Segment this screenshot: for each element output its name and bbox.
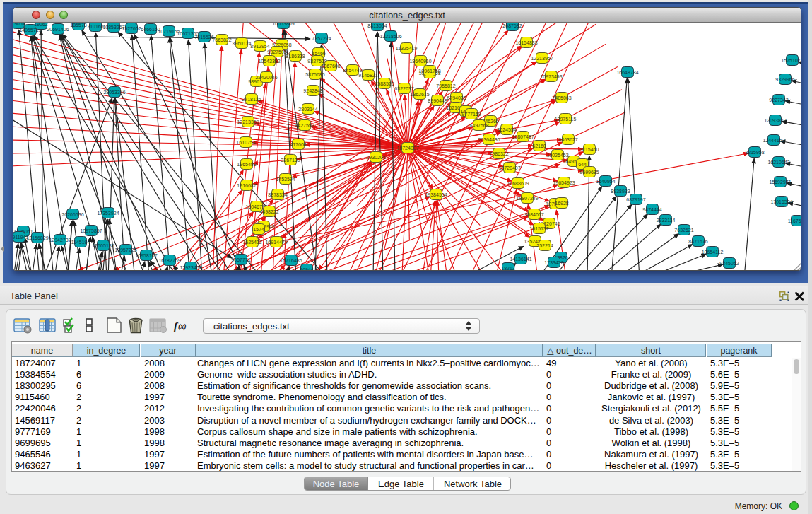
- svg-text:9227342: 9227342: [769, 98, 788, 103]
- svg-text:1574: 1574: [253, 227, 264, 232]
- svg-text:18213: 18213: [501, 266, 515, 271]
- svg-text:19654923: 19654923: [553, 180, 575, 185]
- svg-text:15751074: 15751074: [781, 58, 801, 63]
- svg-text:16928: 16928: [555, 201, 569, 206]
- svg-text:10654112: 10654112: [702, 250, 724, 255]
- svg-text:19062: 19062: [34, 23, 48, 27]
- svg-text:10053809: 10053809: [272, 23, 294, 26]
- svg-text:2930205: 2930205: [366, 155, 385, 160]
- svg-text:10807487: 10807487: [512, 134, 534, 139]
- svg-text:1733426: 1733426: [544, 260, 563, 265]
- svg-text:16210643: 16210643: [767, 160, 789, 165]
- svg-text:12156829: 12156829: [26, 235, 48, 240]
- svg-text:7515526: 7515526: [194, 35, 213, 40]
- svg-text:5875685: 5875685: [305, 72, 324, 77]
- svg-text:16154838: 16154838: [515, 40, 537, 45]
- svg-text:1965493: 1965493: [237, 162, 256, 167]
- svg-text:22420046: 22420046: [255, 75, 277, 80]
- svg-text:11325419: 11325419: [396, 46, 418, 51]
- svg-text:16914479: 16914479: [265, 240, 287, 245]
- svg-text:14136141: 14136141: [510, 257, 531, 262]
- svg-text:8938923: 8938923: [611, 189, 630, 194]
- svg-text:9327503: 9327503: [267, 49, 286, 54]
- svg-text:252214: 252214: [536, 243, 553, 248]
- svg-text:1527602: 1527602: [122, 26, 141, 31]
- svg-text:8427552: 8427552: [295, 123, 314, 128]
- svg-text:6497568: 6497568: [469, 123, 488, 128]
- svg-text:17957225: 17957225: [114, 247, 136, 252]
- svg-text:19384554: 19384554: [425, 192, 447, 197]
- svg-text:12444153: 12444153: [763, 138, 784, 143]
- svg-text:96944: 96944: [300, 267, 314, 271]
- svg-text:7986322: 7986322: [489, 151, 508, 156]
- svg-text:12213957: 12213957: [531, 56, 553, 61]
- svg-text:2367608: 2367608: [321, 64, 340, 69]
- svg-text:1588520: 1588520: [375, 81, 394, 86]
- svg-text:10688609: 10688609: [507, 181, 529, 186]
- svg-text:9657771: 9657771: [231, 257, 250, 262]
- svg-text:417004: 417004: [290, 142, 306, 147]
- svg-text:10958107: 10958107: [135, 253, 157, 258]
- svg-text:1167534: 1167534: [788, 218, 801, 223]
- svg-text:10543382: 10543382: [258, 59, 280, 64]
- svg-text:19051: 19051: [13, 23, 25, 26]
- svg-text:15466: 15466: [312, 51, 326, 56]
- svg-text:9242848: 9242848: [303, 88, 322, 93]
- svg-text:8471676: 8471676: [688, 239, 707, 244]
- svg-text:12923466: 12923466: [180, 265, 201, 270]
- svg-text:1615132: 1615132: [529, 226, 548, 231]
- svg-text:2933114: 2933114: [657, 218, 676, 223]
- svg-text:10973493: 10973493: [540, 74, 562, 79]
- svg-text:1145194: 1145194: [71, 240, 90, 245]
- svg-text:3215958: 3215958: [745, 150, 764, 155]
- svg-text:185573: 185573: [70, 23, 86, 28]
- svg-text:12213369: 12213369: [237, 119, 259, 124]
- svg-text:18807249: 18807249: [516, 196, 538, 201]
- svg-text:9115460: 9115460: [580, 147, 599, 152]
- svg-text:8454749: 8454749: [343, 68, 362, 73]
- svg-text:8878334: 8878334: [268, 192, 287, 197]
- svg-text:7625402: 7625402: [242, 240, 261, 245]
- svg-text:10961758: 10961758: [418, 69, 440, 74]
- svg-text:1640954: 1640954: [596, 179, 615, 184]
- svg-text:10975857: 10975857: [80, 228, 102, 233]
- svg-text:62160: 62160: [532, 144, 546, 148]
- svg-text:3624554: 3624554: [497, 127, 516, 132]
- svg-text:17016504: 17016504: [770, 199, 792, 204]
- svg-text:644: 644: [578, 162, 587, 167]
- svg-text:2803144: 2803144: [298, 107, 317, 112]
- svg-text:16648784: 16648784: [616, 70, 638, 75]
- svg-text:7357224: 7357224: [312, 36, 331, 41]
- svg-text:2687682: 2687682: [502, 23, 522, 28]
- svg-text:18640910: 18640910: [409, 59, 431, 64]
- svg-text:8912954: 8912954: [250, 44, 269, 49]
- svg-text:13218506: 13218506: [379, 34, 401, 39]
- svg-text:1610754: 1610754: [236, 140, 255, 145]
- svg-text:12975115: 12975115: [555, 117, 577, 122]
- svg-text:8813054: 8813054: [367, 23, 387, 28]
- svg-text:17353924: 17353924: [97, 211, 119, 216]
- svg-text:28053346: 28053346: [103, 90, 125, 95]
- svg-text:6794028: 6794028: [447, 95, 466, 100]
- svg-text:9327508: 9327508: [307, 59, 326, 64]
- svg-text:9146821: 9146821: [358, 73, 377, 78]
- svg-text:1916687: 1916687: [237, 183, 256, 188]
- svg-text:210165: 210165: [87, 24, 103, 29]
- svg-text:9084067: 9084067: [524, 212, 543, 217]
- svg-text:12093872: 12093872: [764, 118, 786, 123]
- svg-text:3960124: 3960124: [232, 41, 251, 46]
- svg-text:8990448: 8990448: [428, 98, 447, 103]
- svg-text:7663822: 7663822: [212, 37, 231, 42]
- svg-text:1362615: 1362615: [410, 92, 429, 97]
- svg-text:(x): (x): [178, 322, 187, 331]
- svg-text:9699695: 9699695: [579, 170, 599, 175]
- svg-text:8186328: 8186328: [286, 54, 305, 59]
- svg-text:7632621: 7632621: [674, 228, 693, 233]
- svg-text:16782759: 16782759: [158, 258, 180, 263]
- svg-text:12505135: 12505135: [92, 243, 114, 248]
- svg-text:3267130: 3267130: [281, 158, 300, 163]
- svg-text:6322037: 6322037: [394, 86, 413, 91]
- svg-text:15716485: 15716485: [280, 258, 302, 263]
- svg-text:18724007: 18724007: [396, 146, 418, 151]
- svg-text:9329966: 9329966: [775, 77, 794, 82]
